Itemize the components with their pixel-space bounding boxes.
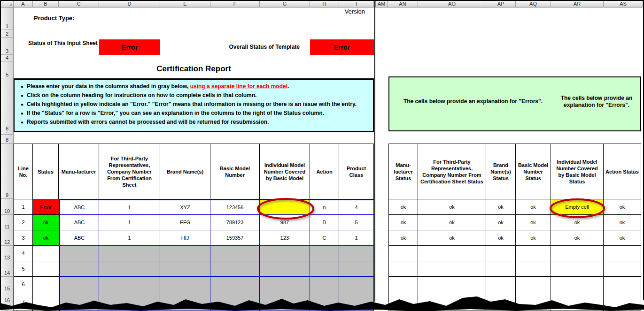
cell-F10[interactable]: 123456: [210, 199, 260, 215]
cell-A12[interactable]: 3: [14, 230, 33, 246]
col-header-F[interactable]: F: [210, 1, 260, 8]
header-status[interactable]: Status: [33, 144, 59, 199]
page-title[interactable]: Certification Report: [14, 64, 374, 74]
cell-C10[interactable]: ABC: [59, 199, 99, 215]
header-basic-model-number-status[interactable]: Basic Model Number Status: [516, 144, 551, 199]
cell-A15[interactable]: 6: [14, 277, 33, 292]
overall-status-value[interactable]: Error: [310, 39, 374, 55]
cell-E15[interactable]: [160, 277, 210, 292]
cell-I10[interactable]: 4: [339, 199, 374, 215]
cell-D11[interactable]: 1: [99, 215, 160, 230]
cell-D12[interactable]: 1: [99, 230, 160, 246]
row-header-15[interactable]: 15: [1, 277, 14, 292]
col-header-D[interactable]: D: [99, 1, 160, 8]
cell-H11[interactable]: D: [310, 215, 339, 230]
cell-H15[interactable]: [310, 277, 339, 292]
cell-D15[interactable]: [99, 277, 160, 292]
cell-B12-status[interactable]: ok: [33, 230, 59, 246]
cell-AR15[interactable]: [551, 277, 604, 292]
cell-AP12[interactable]: ok: [486, 230, 516, 246]
cell-AQ11[interactable]: ok: [516, 215, 551, 230]
cell-F11[interactable]: 789123: [210, 215, 260, 230]
col-header-AR[interactable]: AR: [551, 1, 604, 8]
cell-AN12[interactable]: ok: [388, 230, 418, 246]
version-label[interactable]: Version: [327, 8, 365, 15]
cell-AQ14[interactable]: [516, 261, 551, 277]
cell-I16[interactable]: [339, 292, 374, 311]
cell-AN16[interactable]: [388, 292, 418, 311]
cell-F13[interactable]: [210, 246, 260, 261]
cell-AR10-empty-cell-flag[interactable]: Empty cell: [551, 199, 604, 215]
cell-AN11[interactable]: ok: [388, 215, 418, 230]
cell-AP11[interactable]: ok: [486, 215, 516, 230]
cell-I11[interactable]: 5: [339, 215, 374, 230]
col-header-AM[interactable]: AM: [376, 1, 388, 8]
errors-explanation-box[interactable]: The cells below provide an explanation f…: [388, 76, 641, 131]
cell-C15[interactable]: [59, 277, 99, 292]
header-manufacturer-status[interactable]: Manu-facturer Status: [388, 144, 418, 199]
col-header-C[interactable]: C: [59, 1, 99, 8]
cell-I14[interactable]: [339, 261, 374, 277]
cell-AO15[interactable]: [418, 277, 486, 292]
row-header-1[interactable]: 1: [1, 8, 14, 30]
cell-B16-status[interactable]: [33, 292, 59, 311]
input-sheet-status-value[interactable]: Error: [99, 39, 160, 55]
separate-line-link[interactable]: using a separate line for each model: [190, 83, 287, 90]
col-header-AP[interactable]: AP: [486, 1, 516, 8]
col-header-AQ[interactable]: AQ: [516, 1, 551, 8]
cell-AP13[interactable]: [486, 246, 516, 261]
product-type-label[interactable]: Product Type:: [34, 15, 74, 22]
cell-AR14[interactable]: [551, 261, 604, 277]
cell-AR12[interactable]: ok: [551, 230, 604, 246]
col-header-G[interactable]: G: [260, 1, 310, 8]
cell-H13[interactable]: [310, 246, 339, 261]
cell-G16[interactable]: [260, 292, 310, 311]
row-header-10[interactable]: 10: [1, 199, 14, 215]
col-header-A[interactable]: A: [14, 1, 33, 8]
header-line-no[interactable]: Line No.: [14, 144, 33, 199]
cell-AN15[interactable]: [388, 277, 418, 292]
cell-D16[interactable]: [99, 292, 160, 311]
overall-status-label[interactable]: Overall Status of Template: [197, 44, 300, 50]
cell-G12[interactable]: 123: [260, 230, 310, 246]
cell-AP14[interactable]: [486, 261, 516, 277]
cell-C12[interactable]: ABC: [59, 230, 99, 246]
cell-E16[interactable]: [160, 292, 210, 311]
cell-AP10[interactable]: ok: [486, 199, 516, 215]
cell-AO13[interactable]: [418, 246, 486, 261]
cell-G15[interactable]: [260, 277, 310, 292]
col-header-AS[interactable]: AS: [604, 1, 643, 8]
cell-I12[interactable]: 1: [339, 230, 374, 246]
cell-D13[interactable]: [99, 246, 160, 261]
cell-F15[interactable]: [210, 277, 260, 292]
header-manufacturer[interactable]: Manu-facturer: [59, 144, 99, 199]
header-brand-names[interactable]: Brand Name(s): [160, 144, 210, 199]
cell-I15[interactable]: [339, 277, 374, 292]
header-individual-model-number-status[interactable]: Individual Model Number Covered by Basic…: [551, 144, 604, 199]
col-header-B[interactable]: B: [33, 1, 59, 8]
cell-F16[interactable]: [210, 292, 260, 311]
row-header-5[interactable]: 5: [1, 61, 14, 78]
cell-AS10[interactable]: ok: [604, 199, 641, 215]
cell-AO16[interactable]: [418, 292, 486, 311]
cell-AO11[interactable]: ok: [418, 215, 486, 230]
cell-F12[interactable]: 159357: [210, 230, 260, 246]
header-brand-names-status[interactable]: Brand Name(s) Status: [486, 144, 516, 199]
cell-E11[interactable]: EFG: [160, 215, 210, 230]
cell-AO10[interactable]: ok: [418, 199, 486, 215]
col-header-AO[interactable]: AO: [418, 1, 486, 8]
cell-AP16[interactable]: [486, 292, 516, 311]
row-header-4[interactable]: 4: [1, 55, 14, 61]
row-header-13[interactable]: 13: [1, 246, 14, 261]
cell-G14[interactable]: [260, 261, 310, 277]
col-header-I[interactable]: I: [339, 1, 374, 8]
row-header-9[interactable]: 9: [1, 144, 14, 199]
cell-AS15[interactable]: [604, 277, 641, 292]
cell-AQ15[interactable]: [516, 277, 551, 292]
cell-B15-status[interactable]: [33, 277, 59, 292]
cell-F14[interactable]: [210, 261, 260, 277]
cell-A10[interactable]: 1: [14, 199, 33, 215]
cell-H14[interactable]: [310, 261, 339, 277]
cell-AQ12[interactable]: ok: [516, 230, 551, 246]
cell-B10-status[interactable]: Error: [33, 199, 59, 215]
